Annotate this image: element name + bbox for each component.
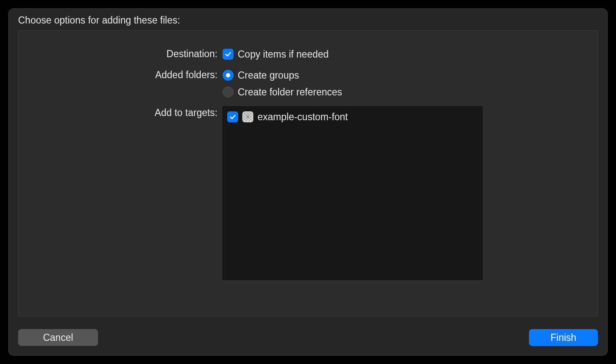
- create-groups-option: Create groups: [223, 69, 342, 82]
- create-groups-radio[interactable]: [223, 70, 234, 81]
- destination-row: Destination: Copy items if needed: [31, 47, 585, 61]
- added-folders-row: Added folders: Create groups Create fold…: [31, 69, 585, 99]
- destination-controls: Copy items if needed: [223, 47, 329, 61]
- targets-list[interactable]: example-custom-font: [223, 106, 483, 280]
- added-folders-controls: Create groups Create folder references: [223, 69, 342, 99]
- copy-items-label: Copy items if needed: [238, 49, 329, 60]
- dialog-title: Choose options for adding these files:: [9, 9, 607, 30]
- copy-items-checkbox[interactable]: [223, 49, 234, 60]
- add-to-targets-label: Add to targets:: [31, 106, 223, 119]
- create-groups-label: Create groups: [238, 70, 299, 81]
- finish-button[interactable]: Finish: [529, 329, 598, 346]
- check-icon: [224, 50, 232, 58]
- added-folders-label: Added folders:: [31, 69, 223, 81]
- create-folder-refs-option: Create folder references: [223, 85, 342, 99]
- create-folder-refs-radio[interactable]: [223, 87, 234, 98]
- check-icon: [229, 113, 236, 121]
- target-name: example-custom-font: [258, 111, 348, 123]
- cancel-button[interactable]: Cancel: [18, 329, 98, 346]
- target-row[interactable]: example-custom-font: [227, 110, 478, 124]
- add-files-dialog: Choose options for adding these files: D…: [8, 8, 608, 356]
- copy-items-option: Copy items if needed: [223, 47, 329, 61]
- create-folder-refs-label: Create folder references: [238, 87, 342, 98]
- add-to-targets-row: Add to targets: example-custom-font: [31, 106, 585, 280]
- button-bar: Cancel Finish: [9, 322, 607, 355]
- options-panel: Destination: Copy items if needed Added …: [18, 30, 598, 317]
- app-placeholder-icon: [242, 111, 253, 122]
- target-checkbox[interactable]: [227, 111, 238, 122]
- destination-label: Destination:: [31, 47, 223, 60]
